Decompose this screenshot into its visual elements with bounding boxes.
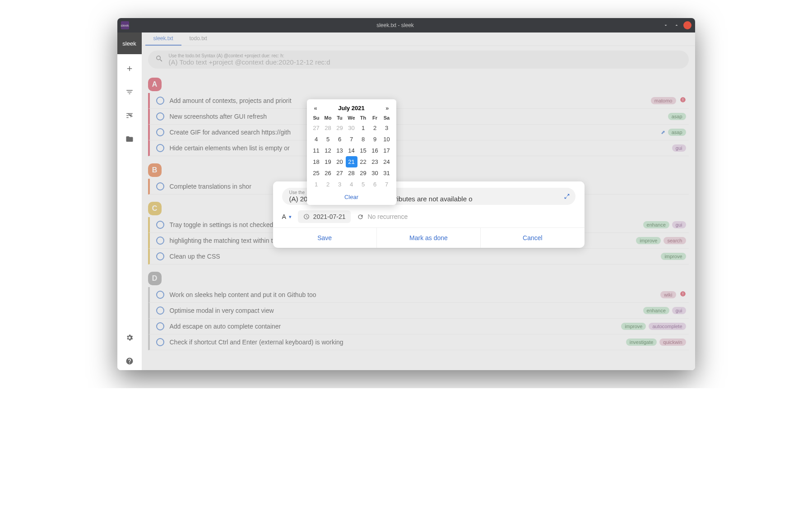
repeat-icon	[357, 213, 364, 220]
save-button[interactable]: Save	[273, 228, 377, 248]
dp-dow: Fr	[369, 113, 381, 122]
dp-day[interactable]: 16	[369, 145, 381, 156]
dp-day[interactable]: 28	[322, 122, 334, 134]
dp-day[interactable]: 17	[381, 145, 393, 156]
priority-select[interactable]: A ▾	[282, 213, 292, 220]
cancel-button[interactable]: Cancel	[481, 228, 584, 248]
datepicker-next[interactable]: »	[384, 105, 390, 111]
chevron-down-icon: ▾	[289, 214, 292, 220]
brand: sleek	[117, 32, 142, 54]
settings-icon[interactable]	[117, 329, 142, 347]
maximize-button[interactable]	[673, 21, 681, 29]
dp-day[interactable]: 12	[322, 145, 334, 156]
recurrence-placeholder: No recurrence	[367, 213, 408, 220]
sidebar: sleek	[117, 32, 142, 370]
dp-dow: Sa	[381, 113, 393, 122]
dp-day[interactable]: 2	[369, 122, 381, 134]
filter-icon[interactable]	[117, 83, 142, 101]
close-button[interactable]	[683, 21, 691, 29]
dp-day[interactable]: 31	[381, 167, 393, 179]
dp-dow: We	[346, 113, 357, 122]
dp-day[interactable]: 26	[322, 167, 334, 179]
dp-day[interactable]: 15	[357, 145, 369, 156]
dp-day[interactable]: 27	[334, 167, 346, 179]
dp-dow: Su	[311, 113, 322, 122]
minimize-button[interactable]	[662, 21, 670, 29]
titlebar: sleek sleek.txt - sleek	[117, 18, 695, 32]
dp-day[interactable]: 30	[369, 167, 381, 179]
dp-day[interactable]: 5	[357, 179, 369, 190]
dp-day[interactable]: 7	[346, 134, 357, 145]
dp-day[interactable]: 8	[357, 134, 369, 145]
dp-day[interactable]: 23	[369, 156, 381, 167]
dp-day[interactable]: 1	[357, 122, 369, 134]
dp-day[interactable]: 13	[334, 145, 346, 156]
dp-day[interactable]: 5	[322, 134, 334, 145]
dp-day[interactable]: 1	[311, 179, 322, 190]
dp-day[interactable]: 2	[322, 179, 334, 190]
priority-value: A	[282, 213, 286, 220]
dp-day[interactable]: 22	[357, 156, 369, 167]
mark-done-button[interactable]: Mark as done	[377, 228, 481, 248]
dp-day[interactable]: 10	[381, 134, 393, 145]
dp-day[interactable]: 27	[311, 122, 322, 134]
dp-day[interactable]: 9	[369, 134, 381, 145]
dp-day[interactable]: 6	[369, 179, 381, 190]
dp-day[interactable]: 4	[311, 134, 322, 145]
sliders-icon[interactable]	[117, 107, 142, 125]
dp-day[interactable]: 4	[346, 179, 357, 190]
datepicker-prev[interactable]: «	[312, 105, 319, 111]
add-icon[interactable]	[117, 60, 142, 78]
dp-dow: Mo	[322, 113, 334, 122]
help-icon[interactable]	[117, 352, 142, 370]
dp-day[interactable]: 19	[322, 156, 334, 167]
dp-day[interactable]: 30	[346, 122, 357, 134]
dp-dow: Th	[357, 113, 369, 122]
recurrence-field[interactable]: No recurrence	[357, 213, 408, 220]
datepicker-title[interactable]: July 2021	[338, 105, 365, 111]
dp-day[interactable]: 6	[334, 134, 346, 145]
dp-day[interactable]: 18	[311, 156, 322, 167]
dp-day[interactable]: 7	[381, 179, 393, 190]
due-date-field[interactable]: 2021-07-21	[298, 210, 351, 223]
dp-dow: Tu	[334, 113, 346, 122]
folder-icon[interactable]	[117, 130, 142, 148]
due-date-value: 2021-07-21	[313, 213, 346, 220]
dp-day[interactable]: 25	[311, 167, 322, 179]
datepicker-clear[interactable]: Clear	[311, 190, 393, 202]
dp-day[interactable]: 21	[346, 156, 357, 167]
dp-day[interactable]: 11	[311, 145, 322, 156]
dp-day[interactable]: 20	[334, 156, 346, 167]
dp-day[interactable]: 14	[346, 145, 357, 156]
dp-day[interactable]: 3	[381, 122, 393, 134]
dp-day[interactable]: 29	[334, 122, 346, 134]
app-icon: sleek	[121, 21, 129, 29]
expand-icon[interactable]	[564, 193, 570, 201]
dp-day[interactable]: 29	[357, 167, 369, 179]
dp-day[interactable]: 3	[334, 179, 346, 190]
dp-day[interactable]: 28	[346, 167, 357, 179]
window-title: sleek.txt - sleek	[129, 22, 662, 28]
clock-icon	[303, 213, 310, 220]
datepicker: « July 2021 » SuMoTuWeThFrSa272829301234…	[307, 99, 396, 205]
dp-day[interactable]: 24	[381, 156, 393, 167]
